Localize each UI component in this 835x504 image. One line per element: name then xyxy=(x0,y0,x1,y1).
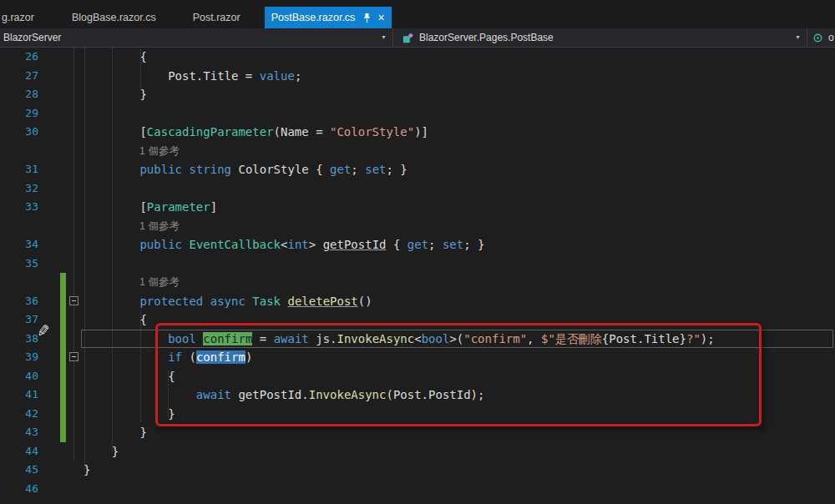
code-token xyxy=(84,350,168,364)
line-number[interactable]: 46 xyxy=(0,480,38,499)
code-row: 33 [Parameter] xyxy=(0,198,835,217)
code-text[interactable]: [Parameter] xyxy=(84,198,217,217)
code-row: 26 { xyxy=(0,48,835,67)
codelens-row: 1 個參考 xyxy=(0,273,835,292)
code-token: ); xyxy=(701,332,715,345)
member-dropdown-label: o xyxy=(828,32,834,43)
code-text[interactable]: } xyxy=(84,423,147,442)
code-token: Parameter xyxy=(147,200,210,214)
code-row: 43 } xyxy=(0,423,835,442)
tab-label: PostBase.razor.cs xyxy=(271,12,356,23)
code-token: ; } xyxy=(463,238,484,251)
code-row: 45} xyxy=(0,461,835,480)
code-row: 37 { xyxy=(0,310,835,330)
line-number[interactable]: 42 xyxy=(0,405,38,424)
code-text[interactable]: } xyxy=(84,442,119,461)
code-token xyxy=(203,295,210,308)
tab-label: Post.razor xyxy=(193,12,240,23)
change-tracking-bar xyxy=(60,386,66,405)
code-text[interactable]: Post.Title = value; xyxy=(84,67,301,86)
code-token: >( xyxy=(449,332,463,345)
code-token: set xyxy=(365,163,386,176)
line-number[interactable]: 45 xyxy=(0,461,38,480)
line-number[interactable]: 43 xyxy=(0,423,38,442)
fold-collapse-box[interactable] xyxy=(69,352,78,361)
code-text[interactable]: [CascadingParameter(Name = "ColorStyle")… xyxy=(84,123,428,142)
line-number[interactable]: 38 xyxy=(0,330,38,349)
code-row: 34 public EventCallback<int> getPostId {… xyxy=(0,235,835,255)
type-dropdown[interactable]: BlazorServer.Pages.PostBase ▼ xyxy=(392,28,807,47)
code-text[interactable]: public string ColorStyle { get; set; } xyxy=(84,160,407,179)
line-number[interactable]: 30 xyxy=(0,123,38,142)
code-token: } xyxy=(84,407,175,421)
codelens-references-link[interactable]: 1 個參考 xyxy=(139,217,180,236)
code-token: ; } xyxy=(387,163,407,176)
tab-blogbase-razor-cs[interactable]: BlogBase.razor.cs xyxy=(63,7,165,28)
code-text[interactable]: } xyxy=(84,405,175,424)
code-token: ; xyxy=(351,163,365,176)
line-number[interactable]: 33 xyxy=(0,198,38,217)
line-number[interactable]: 27 xyxy=(0,67,38,86)
code-row: 30 [CascadingParameter(Name = "ColorStyl… xyxy=(0,123,835,142)
code-token xyxy=(84,332,168,345)
outline-margin-guide xyxy=(73,48,74,460)
code-text[interactable]: { xyxy=(84,367,175,386)
code-row: 32 xyxy=(0,179,835,199)
code-text[interactable]: if (confirm) xyxy=(84,348,252,367)
change-tracking-bar xyxy=(60,273,66,292)
code-row: 36 protected async Task deletePost() xyxy=(0,292,835,311)
code-token: get xyxy=(407,238,428,251)
code-token: confirm xyxy=(196,350,245,364)
code-token: { xyxy=(84,50,147,63)
line-number[interactable]: 44 xyxy=(0,442,38,461)
code-token: getPostId xyxy=(323,238,387,251)
tab-postbase-razor-cs-active[interactable]: PostBase.razor.cs × xyxy=(265,7,392,28)
code-token: = xyxy=(252,332,273,345)
code-row: 46 xyxy=(0,480,835,499)
codelens-row: 1 個參考 xyxy=(0,217,835,236)
line-number[interactable]: 28 xyxy=(0,85,38,104)
code-token: public xyxy=(139,238,182,251)
code-token: InvokeAsync xyxy=(309,388,387,401)
code-token: { xyxy=(386,238,407,251)
line-number[interactable]: 29 xyxy=(0,104,38,123)
codelens-references-link[interactable]: 1 個參考 xyxy=(139,273,180,292)
code-token: , xyxy=(527,332,541,345)
line-number[interactable]: 26 xyxy=(0,48,38,67)
indent-guide xyxy=(140,310,141,421)
line-number[interactable]: 36 xyxy=(0,292,38,311)
codelens-references-link[interactable]: 1 個參考 xyxy=(139,142,180,161)
project-dropdown-label: BlazorServer xyxy=(3,32,61,43)
code-editor[interactable]: 26 {27 Post.Title = value;28 }2930 [Casc… xyxy=(0,48,835,504)
code-text[interactable]: } xyxy=(84,85,147,104)
code-token: {Post.Title} xyxy=(602,332,686,345)
line-number[interactable]: 34 xyxy=(0,235,38,255)
line-number[interactable]: 32 xyxy=(0,179,38,199)
fold-collapse-box[interactable] xyxy=(69,296,78,305)
code-text[interactable]: protected async Task deletePost() xyxy=(84,292,372,311)
line-number[interactable]: 31 xyxy=(0,160,38,179)
indent-guide xyxy=(168,371,169,418)
tab-blog-razor-clipped[interactable]: g.razor xyxy=(0,7,43,28)
pin-icon[interactable] xyxy=(362,13,372,23)
close-icon[interactable]: × xyxy=(377,12,384,23)
change-tracking-bar xyxy=(60,292,66,311)
member-dropdown[interactable]: o xyxy=(807,28,835,47)
code-text[interactable]: bool confirm = await js.InvokeAsync<bool… xyxy=(84,330,715,349)
code-text[interactable]: await getPostId.InvokeAsync(Post.PostId)… xyxy=(84,386,484,405)
code-text[interactable]: { xyxy=(84,48,147,67)
codelens-row: 1 個參考 xyxy=(0,142,835,161)
code-token: bool xyxy=(422,332,450,345)
line-number[interactable]: 37 xyxy=(0,310,38,330)
code-token: () xyxy=(358,295,372,308)
code-text[interactable]: { xyxy=(84,310,147,330)
code-token: 1 個參考 xyxy=(139,276,180,288)
code-text[interactable]: public EventCallback<int> getPostId { ge… xyxy=(84,235,485,255)
line-number[interactable]: 35 xyxy=(0,255,38,274)
line-number[interactable]: 39 xyxy=(0,348,38,367)
code-token: "confirm" xyxy=(463,332,527,345)
line-number[interactable]: 41 xyxy=(0,386,38,405)
line-number[interactable]: 40 xyxy=(0,367,38,386)
tab-post-razor[interactable]: Post.razor xyxy=(184,7,250,28)
project-dropdown[interactable]: BlazorServer ▼ xyxy=(0,28,392,47)
